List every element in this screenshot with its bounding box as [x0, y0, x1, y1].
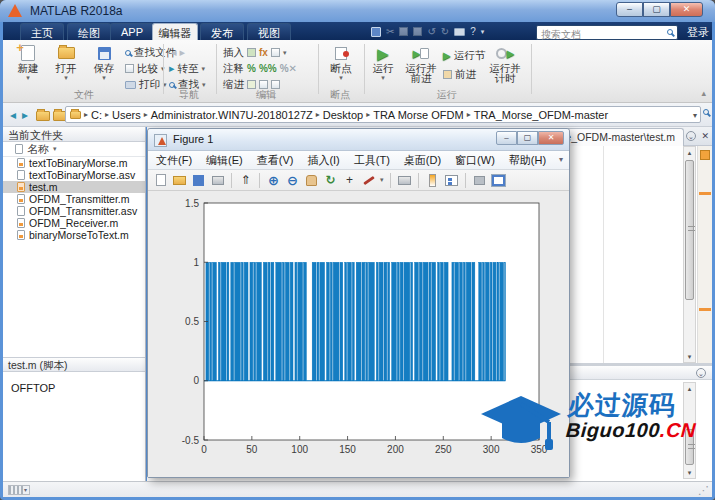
qat-dropdown-icon[interactable]: ▾	[481, 26, 485, 38]
rotate-3d-icon[interactable]: ↻	[323, 173, 338, 188]
editor-tab-menu-icon[interactable]: ⌄	[686, 131, 696, 141]
breadcrumb-segment[interactable]: Administrator.WIN7U-20180127Z	[151, 109, 313, 121]
advance-button[interactable]: 前进	[443, 68, 476, 81]
show-plot-tools-icon[interactable]	[491, 173, 506, 188]
search-icon[interactable]	[667, 29, 673, 35]
analyzer-marker[interactable]	[699, 308, 711, 311]
comment-icon[interactable]: %	[247, 63, 256, 74]
pan-icon[interactable]	[304, 173, 319, 188]
tab-publish[interactable]: 发布	[200, 23, 244, 40]
code-analyzer-indicator[interactable]	[700, 150, 710, 160]
menu-file[interactable]: 文件(F)	[156, 153, 192, 168]
titlebar[interactable]: MATLAB R2018a – ▢ ✕	[0, 0, 715, 22]
status-bar-widget[interactable]: ▾	[8, 485, 30, 495]
new-dropdown-icon[interactable]: ▾	[11, 74, 45, 81]
save-dropdown-icon[interactable]: ▾	[87, 74, 121, 81]
scroll-up-icon[interactable]: ▴	[684, 147, 695, 158]
qat-copy-icon[interactable]	[399, 27, 408, 36]
file-row[interactable]: binaryMorseToText.m	[3, 229, 145, 241]
run-section-button[interactable]: ▶运行节	[443, 49, 485, 62]
open-dropdown-icon[interactable]: ▾	[49, 74, 83, 81]
qat-save-icon[interactable]	[371, 27, 381, 37]
hide-plot-tools-icon[interactable]	[472, 173, 487, 188]
goto-button[interactable]: ▸转至▾	[169, 62, 205, 75]
scroll-down-icon[interactable]: ▾	[684, 351, 695, 362]
insert-colorbar-icon[interactable]	[425, 173, 440, 188]
maximize-button[interactable]: ▢	[643, 2, 670, 17]
back-nav-icon[interactable]: ◂	[10, 108, 16, 122]
resize-grip-icon[interactable]: ⋰	[698, 484, 709, 497]
brush-icon[interactable]	[361, 173, 376, 188]
new-button[interactable]: + 新建 ▾	[11, 43, 45, 81]
tab-apps[interactable]: APP	[110, 23, 154, 40]
file-row[interactable]: textToBinaryMorse.asv	[3, 169, 145, 181]
menu-insert[interactable]: 插入(I)	[307, 153, 339, 168]
brush-dropdown-icon[interactable]: ▾	[380, 176, 384, 184]
qat-paste-icon[interactable]	[413, 27, 422, 36]
breadcrumb-segment[interactable]: Users	[112, 109, 141, 121]
figure-close-button[interactable]: ✕	[538, 131, 564, 145]
back-icon[interactable]: ◂	[171, 46, 177, 59]
name-column-header[interactable]: 名称 ▾	[3, 142, 145, 157]
current-folder-header[interactable]: 当前文件夹	[3, 127, 145, 142]
insert-image-icon[interactable]	[271, 48, 280, 57]
breadcrumb[interactable]: ▸ C: ▸ Users ▸ Administrator.WIN7U-20180…	[65, 106, 701, 123]
menu-desktop[interactable]: 桌面(D)	[404, 153, 441, 168]
forward-nav-icon[interactable]: ▸	[22, 108, 28, 122]
menu-edit[interactable]: 编辑(E)	[206, 153, 243, 168]
minimize-button[interactable]: –	[616, 2, 643, 17]
breadcrumb-segment[interactable]: TRA Morse OFDM	[373, 109, 463, 121]
zoom-out-icon[interactable]: ⊖	[285, 173, 300, 188]
qat-redo-icon[interactable]: ↻	[441, 26, 449, 38]
save-figure-icon[interactable]	[191, 173, 206, 188]
insert-fx-icon[interactable]: fx	[259, 47, 268, 58]
breakpoints-button[interactable]: 断点 ▾	[321, 43, 361, 81]
tab-editor[interactable]: 编辑器	[152, 23, 198, 40]
figure-titlebar[interactable]: Figure 1 – ▢ ✕	[148, 129, 569, 151]
lower-panel-menu-icon[interactable]: ⌄	[696, 368, 706, 378]
figure-minimize-button[interactable]: –	[496, 131, 517, 145]
file-row[interactable]: textToBinaryMorse.m	[3, 157, 145, 169]
tab-view[interactable]: 视图	[247, 23, 291, 40]
tab-plots[interactable]: 绘图	[67, 23, 111, 40]
insert-legend-icon[interactable]	[444, 173, 459, 188]
menu-view[interactable]: 查看(V)	[257, 153, 294, 168]
forward-icon[interactable]: ▸	[180, 46, 186, 59]
file-row[interactable]: OFDM_Transmitter.m	[3, 193, 145, 205]
breadcrumb-segment[interactable]: Desktop	[323, 109, 363, 121]
open-button[interactable]: 打开 ▾	[49, 43, 83, 81]
save-button[interactable]: 保存 ▾	[87, 43, 121, 81]
comment-block-icon[interactable]: %%	[259, 63, 277, 74]
data-cursor-icon[interactable]: +	[342, 173, 357, 188]
menu-window[interactable]: 窗口(W)	[455, 153, 495, 168]
editor-scrollbar[interactable]: ▴ ▾	[683, 146, 696, 363]
open-file-icon[interactable]	[172, 173, 187, 188]
tab-home[interactable]: 主页	[20, 23, 64, 40]
qat-cut-icon[interactable]: ✂	[386, 26, 394, 38]
run-advance-button[interactable]: ▶ 运行并前进	[401, 43, 441, 83]
doc-search-field[interactable]: 搜索文档	[536, 25, 678, 40]
qat-help-icon[interactable]: ?	[470, 26, 476, 38]
collapse-ribbon-icon[interactable]: ▴	[701, 88, 706, 98]
insert-row[interactable]: 插入 fx ▾	[223, 46, 286, 59]
sign-in-link[interactable]: 登录	[687, 25, 709, 40]
figure-maximize-button[interactable]: ▢	[517, 131, 538, 145]
details-header[interactable]: test.m (脚本)	[3, 357, 145, 372]
folder-search-icon[interactable]	[703, 109, 709, 115]
up-folder-icon[interactable]	[36, 111, 50, 121]
link-plot-icon[interactable]	[397, 173, 412, 188]
new-figure-icon[interactable]	[153, 173, 168, 188]
menu-help[interactable]: 帮助(H)	[509, 153, 546, 168]
analyzer-marker[interactable]	[699, 192, 711, 195]
edit-plot-icon[interactable]: ⇑	[238, 173, 253, 188]
menu-tools[interactable]: 工具(T)	[354, 153, 390, 168]
close-button[interactable]: ✕	[670, 2, 703, 17]
run-button[interactable]: ▶ 运行 ▾	[367, 43, 399, 81]
breadcrumb-segment[interactable]: C:	[91, 109, 102, 121]
zoom-in-icon[interactable]: ⊕	[266, 173, 281, 188]
print-figure-icon[interactable]	[210, 173, 225, 188]
run-time-button[interactable]: ▶ 运行并计时	[485, 43, 525, 83]
qat-print-icon[interactable]	[454, 28, 465, 36]
file-row-selected[interactable]: test.m	[3, 181, 145, 193]
qat-undo-icon[interactable]: ↺	[427, 26, 435, 38]
